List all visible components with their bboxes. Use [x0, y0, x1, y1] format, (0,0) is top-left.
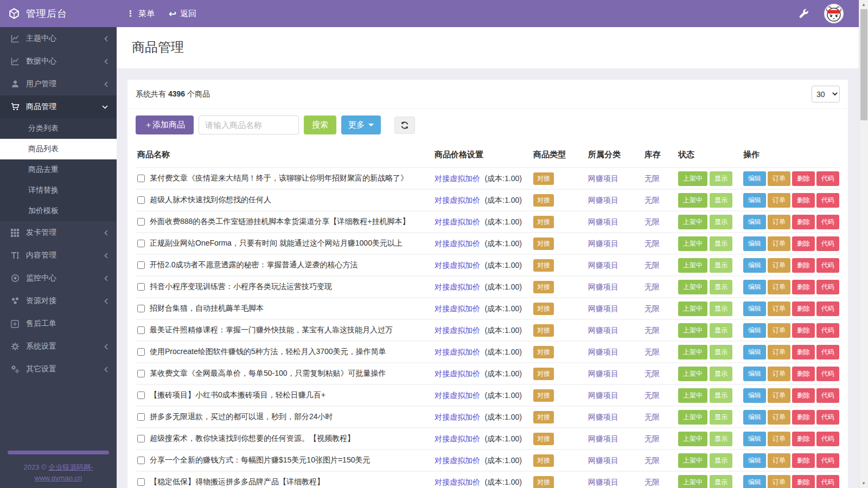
row-checkbox[interactable] [137, 218, 145, 226]
row-checkbox[interactable] [137, 305, 145, 312]
orders-button[interactable]: 订单 [768, 323, 790, 338]
category-link[interactable]: 网赚项目 [588, 326, 618, 335]
sidebar-subitem-category-list[interactable]: 分类列表 [0, 118, 117, 139]
row-checkbox[interactable] [137, 283, 145, 291]
category-link[interactable]: 网赚项目 [588, 282, 618, 291]
scrollbar-thumb[interactable] [860, 9, 867, 120]
category-link[interactable]: 网赚项目 [588, 413, 618, 421]
sidebar-subitem-markup-template[interactable]: 加价模板 [0, 201, 117, 221]
search-input[interactable] [199, 115, 299, 134]
price-settings-link[interactable]: 对接虚拟加价 [435, 348, 480, 356]
row-checkbox[interactable] [137, 196, 145, 204]
delete-button[interactable]: 删除 [792, 453, 815, 468]
more-button[interactable]: 更多 [341, 115, 381, 134]
sidebar-subitem-product-list[interactable]: 商品列表 [0, 139, 117, 159]
sidebar-item-other-settings[interactable]: 其它设置 [0, 358, 117, 381]
status-visible-button[interactable]: 显示 [710, 193, 732, 208]
code-button[interactable]: 代码 [816, 323, 839, 338]
status-onsale-button[interactable]: 上架中 [678, 410, 707, 425]
delete-button[interactable]: 删除 [792, 432, 815, 446]
status-visible-button[interactable]: 显示 [710, 388, 732, 403]
sidebar-subitem-detail-replace[interactable]: 详情替换 [0, 180, 117, 201]
price-settings-link[interactable]: 对接虚拟加价 [435, 456, 480, 465]
edit-button[interactable]: 编辑 [743, 215, 766, 229]
code-button[interactable]: 代码 [816, 301, 839, 316]
sidebar-item-theme-center[interactable]: 主题中心 [0, 27, 117, 50]
orders-button[interactable]: 订单 [768, 432, 790, 446]
category-link[interactable]: 网赚项目 [588, 391, 618, 400]
edit-button[interactable]: 编辑 [743, 258, 766, 273]
status-onsale-button[interactable]: 上架中 [678, 453, 707, 468]
delete-button[interactable]: 删除 [792, 258, 815, 273]
add-product-button[interactable]: ＋添加商品 [136, 115, 194, 134]
row-checkbox[interactable] [137, 435, 145, 442]
row-checkbox[interactable] [137, 391, 145, 399]
sidebar-item-aftersale-tickets[interactable]: 售后工单 [0, 312, 117, 335]
sidebar-subitem-product-dedupe[interactable]: 商品去重 [0, 159, 117, 180]
row-checkbox[interactable] [137, 457, 145, 464]
code-button[interactable]: 代码 [816, 280, 839, 294]
sidebar-item-product-management[interactable]: 商品管理 [0, 95, 117, 118]
status-onsale-button[interactable]: 上架中 [678, 323, 707, 338]
brand[interactable]: 管理后台 [0, 7, 117, 20]
category-link[interactable]: 网赚项目 [588, 217, 618, 226]
code-button[interactable]: 代码 [816, 367, 839, 381]
status-onsale-button[interactable]: 上架中 [678, 236, 707, 251]
delete-button[interactable]: 删除 [792, 236, 815, 251]
status-visible-button[interactable]: 显示 [710, 280, 732, 294]
category-link[interactable]: 网赚项目 [588, 304, 618, 313]
code-button[interactable]: 代码 [816, 171, 839, 186]
code-button[interactable]: 代码 [816, 432, 839, 446]
category-link[interactable]: 网赚项目 [588, 174, 618, 183]
code-button[interactable]: 代码 [816, 475, 839, 488]
delete-button[interactable]: 删除 [792, 215, 815, 229]
edit-button[interactable]: 编辑 [743, 388, 766, 403]
scroll-up-arrow[interactable]: ▲ [859, 0, 868, 9]
status-onsale-button[interactable]: 上架中 [678, 171, 707, 186]
status-onsale-button[interactable]: 上架中 [678, 345, 707, 359]
price-settings-link[interactable]: 对接虚拟加价 [435, 391, 480, 400]
orders-button[interactable]: 订单 [768, 475, 790, 488]
status-visible-button[interactable]: 显示 [710, 367, 732, 381]
orders-button[interactable]: 订单 [768, 301, 790, 316]
category-link[interactable]: 网赚项目 [588, 478, 618, 486]
orders-button[interactable]: 订单 [768, 215, 790, 229]
edit-button[interactable]: 编辑 [743, 236, 766, 251]
orders-button[interactable]: 订单 [768, 280, 790, 294]
code-button[interactable]: 代码 [816, 215, 839, 229]
price-settings-link[interactable]: 对接虚拟加价 [435, 217, 480, 226]
sidebar-item-resource-docking[interactable]: 资源对接 [0, 290, 117, 312]
row-checkbox[interactable] [137, 348, 145, 356]
delete-button[interactable]: 删除 [792, 171, 815, 186]
price-settings-link[interactable]: 对接虚拟加价 [435, 413, 480, 421]
scroll-down-arrow[interactable]: ▼ [859, 479, 868, 488]
sidebar-item-card-management[interactable]: 发卡管理 [0, 221, 117, 244]
page-size-select[interactable]: 30 [812, 86, 840, 102]
avatar[interactable] [824, 4, 844, 23]
category-link[interactable]: 网赚项目 [588, 434, 618, 443]
category-link[interactable]: 网赚项目 [588, 369, 618, 378]
delete-button[interactable]: 删除 [792, 345, 815, 359]
orders-button[interactable]: 订单 [768, 236, 790, 251]
status-onsale-button[interactable]: 上架中 [678, 367, 707, 381]
sidebar-item-data-center[interactable]: 数据中心 [0, 50, 117, 73]
sidebar-item-content-management[interactable]: 内容管理 [0, 244, 117, 267]
price-settings-link[interactable]: 对接虚拟加价 [435, 196, 480, 204]
status-onsale-button[interactable]: 上架中 [678, 432, 707, 446]
price-settings-link[interactable]: 对接虚拟加价 [435, 261, 480, 269]
delete-button[interactable]: 删除 [792, 475, 815, 488]
orders-button[interactable]: 订单 [768, 388, 790, 403]
edit-button[interactable]: 编辑 [743, 193, 766, 208]
status-onsale-button[interactable]: 上架中 [678, 280, 707, 294]
price-settings-link[interactable]: 对接虚拟加价 [435, 282, 480, 291]
orders-button[interactable]: 订单 [768, 453, 790, 468]
category-link[interactable]: 网赚项目 [588, 196, 618, 204]
status-visible-button[interactable]: 显示 [710, 345, 732, 359]
footer-url-link[interactable]: www.qymao.cn [35, 474, 82, 482]
status-onsale-button[interactable]: 上架中 [678, 258, 707, 273]
row-checkbox[interactable] [137, 326, 145, 334]
status-onsale-button[interactable]: 上架中 [678, 301, 707, 316]
price-settings-link[interactable]: 对接虚拟加价 [435, 239, 480, 248]
edit-button[interactable]: 编辑 [743, 301, 766, 316]
wrench-icon[interactable] [799, 9, 809, 18]
